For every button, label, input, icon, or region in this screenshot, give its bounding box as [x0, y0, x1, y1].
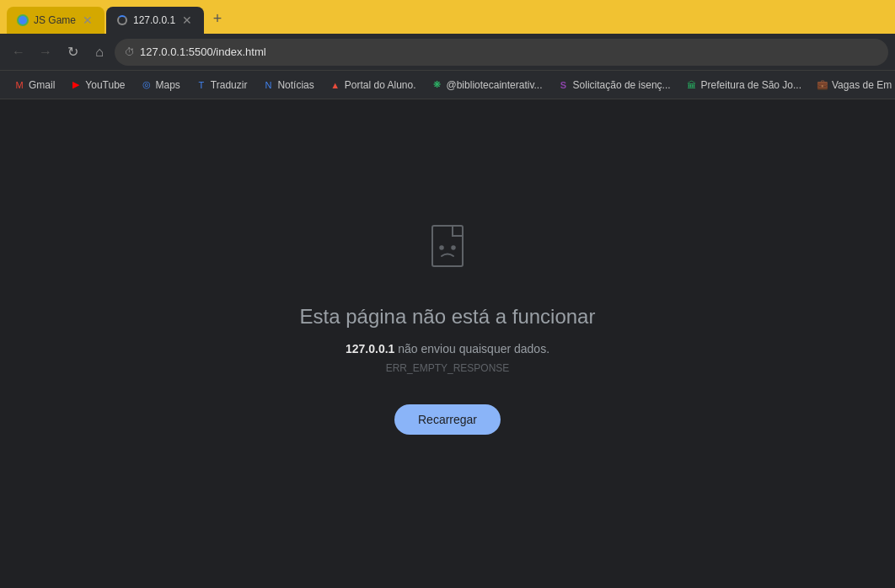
svg-point-3 — [452, 246, 455, 249]
prefeitura-icon: 🏛 — [686, 79, 698, 91]
bookmark-translate-label: Traduzir — [211, 79, 248, 91]
tab-localhost-close[interactable]: ✕ — [180, 13, 194, 27]
tab-jsgame[interactable]: JS Game ✕ — [7, 7, 105, 34]
tab-localhost-title: 127.0.0.1 — [133, 14, 175, 26]
bookmarks-bar: M Gmail ▶ YouTube ◎ Maps T Traduzir N No… — [0, 71, 895, 99]
bookmark-biblioteca[interactable]: ❋ @bibliotecainterativ... — [425, 76, 549, 94]
reload-button[interactable]: ↻ — [61, 40, 84, 64]
error-document-icon — [421, 219, 474, 285]
tab-jsgame-title: JS Game — [34, 14, 76, 26]
address-text: 127.0.0.1:5500/index.html — [140, 45, 266, 58]
portal-icon: ▲ — [330, 79, 341, 91]
browser-shell: JS Game ✕ 127.0.0.1 ✕ + ← → ↻ ⌂ ⏱ 127.0.… — [0, 0, 895, 588]
add-tab-button[interactable]: + — [206, 7, 229, 30]
address-lock-icon: ⏱ — [125, 46, 135, 58]
bookmark-prefeitura[interactable]: 🏛 Prefeitura de São Jo... — [679, 76, 808, 94]
toolbar: ← → ↻ ⌂ ⏱ 127.0.0.1:5500/index.html — [0, 34, 895, 71]
solicitacao-icon: S — [558, 79, 570, 91]
maps-icon: ◎ — [141, 79, 153, 91]
bookmark-gmail-label: Gmail — [29, 79, 55, 91]
back-button[interactable]: ← — [7, 40, 30, 64]
bookmark-news[interactable]: N Notícias — [255, 76, 320, 94]
tab-localhost-favicon — [116, 14, 128, 26]
biblioteca-icon: ❋ — [431, 79, 443, 91]
error-host: 127.0.0.1 — [346, 342, 394, 355]
forward-button[interactable]: → — [34, 40, 57, 64]
bookmark-maps[interactable]: ◎ Maps — [134, 76, 187, 94]
bookmark-biblioteca-label: @bibliotecainterativ... — [447, 79, 543, 91]
gmail-icon: M — [13, 79, 25, 91]
tab-jsgame-close[interactable]: ✕ — [81, 13, 94, 27]
bookmark-news-label: Notícias — [277, 79, 314, 91]
error-code: ERR_EMPTY_RESPONSE — [386, 362, 510, 374]
bookmark-prefeitura-label: Prefeitura de São Jo... — [701, 79, 801, 91]
bookmark-youtube-label: YouTube — [85, 79, 125, 91]
youtube-icon: ▶ — [70, 79, 82, 91]
tab-localhost[interactable]: 127.0.0.1 ✕ — [106, 7, 204, 34]
bookmark-vagas[interactable]: 💼 Vagas de Em — [810, 76, 895, 94]
svg-rect-1 — [432, 226, 463, 266]
address-bar[interactable]: ⏱ 127.0.0.1:5500/index.html — [115, 39, 888, 66]
translate-icon: T — [196, 79, 207, 91]
bookmark-portal-label: Portal do Aluno. — [345, 79, 416, 91]
error-page: Esta página não está a funcionar 127.0.0… — [0, 99, 895, 588]
vagas-icon: 💼 — [817, 79, 828, 91]
error-description: 127.0.0.1 não enviou quaisquer dados. — [346, 342, 549, 355]
bookmark-gmail[interactable]: M Gmail — [7, 76, 62, 94]
tab-bar: JS Game ✕ 127.0.0.1 ✕ + — [0, 0, 895, 34]
error-desc-suffix: não enviou quaisquer dados. — [394, 342, 549, 355]
home-button[interactable]: ⌂ — [88, 40, 111, 64]
bookmark-maps-label: Maps — [156, 79, 180, 91]
svg-point-0 — [19, 16, 27, 24]
bookmark-vagas-label: Vagas de Em — [832, 79, 892, 91]
reload-button[interactable]: Recarregar — [394, 404, 501, 435]
bookmark-solicitacao[interactable]: S Solicitação de isenç... — [551, 76, 678, 94]
news-icon: N — [262, 79, 274, 91]
bookmark-solicitacao-label: Solicitação de isenç... — [573, 79, 671, 91]
bookmark-portal[interactable]: ▲ Portal do Aluno. — [323, 76, 423, 94]
tab-jsgame-favicon — [17, 14, 29, 26]
error-title: Esta página não está a funcionar — [300, 305, 596, 329]
bookmark-youtube[interactable]: ▶ YouTube — [63, 76, 131, 94]
svg-point-2 — [440, 246, 443, 249]
bookmark-translate[interactable]: T Traduzir — [189, 76, 255, 94]
